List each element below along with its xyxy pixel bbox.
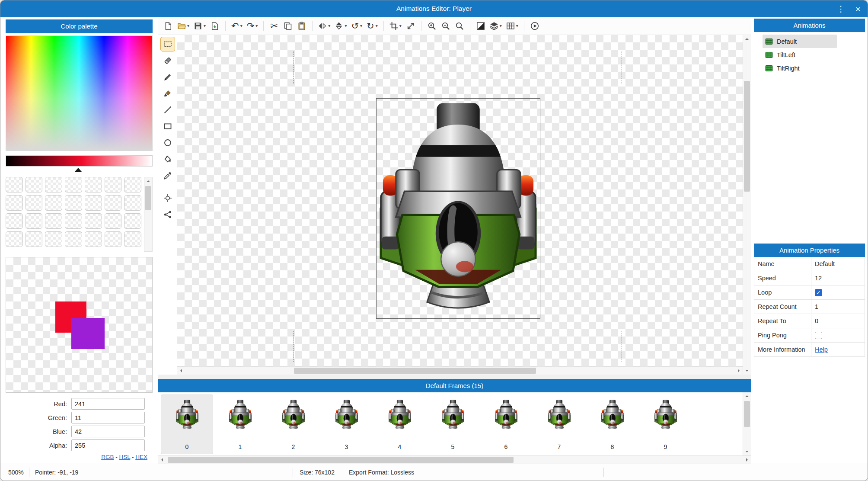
play-button[interactable] <box>528 19 541 33</box>
eraser-tool[interactable] <box>160 53 175 68</box>
brush-tool[interactable] <box>160 86 175 101</box>
frames-horizontal-scrollbar[interactable] <box>158 455 751 464</box>
palette-swatch[interactable] <box>105 213 122 229</box>
palette-swatch[interactable] <box>6 213 23 229</box>
palette-swatch[interactable] <box>26 195 43 211</box>
palette-swatch[interactable] <box>124 195 141 211</box>
grid-button[interactable]: ▾ <box>504 19 520 33</box>
animation-item-tiltright[interactable]: TiltRight <box>763 61 837 75</box>
onion-skin-button[interactable]: ▾ <box>488 19 504 33</box>
pencil-tool[interactable] <box>160 70 175 84</box>
frame-thumbnail[interactable]: 6 <box>480 394 532 454</box>
canvas-vertical-scrollbar[interactable] <box>743 35 751 375</box>
palette-swatch[interactable] <box>85 213 102 229</box>
palette-swatch[interactable] <box>65 213 82 229</box>
ping-pong-checkbox[interactable] <box>815 332 822 339</box>
frame-thumbnail[interactable]: 8 <box>586 394 638 454</box>
palette-swatch[interactable] <box>85 231 102 247</box>
ellipse-tool[interactable] <box>160 135 175 150</box>
paste-button[interactable] <box>295 19 308 33</box>
scroll-up-icon[interactable] <box>144 177 152 185</box>
frame-thumbnail[interactable]: 2 <box>267 394 319 454</box>
save-button[interactable]: ▾ <box>192 19 207 33</box>
palette-swatch[interactable] <box>65 231 82 247</box>
scroll-down-icon[interactable] <box>743 448 751 455</box>
scrollbar-thumb[interactable] <box>168 457 514 463</box>
property-value-name[interactable]: Default <box>811 257 865 271</box>
palette-swatch[interactable] <box>45 231 62 247</box>
zoom-reset-button[interactable] <box>453 19 466 33</box>
scroll-right-icon[interactable] <box>735 367 743 375</box>
origin-tool[interactable] <box>160 191 175 205</box>
redo-button[interactable]: ↷▾ <box>245 19 260 33</box>
blue-input[interactable] <box>71 426 145 437</box>
eyedropper-tool[interactable] <box>160 168 175 183</box>
canvas-horizontal-scrollbar[interactable] <box>177 366 743 375</box>
scroll-right-icon[interactable] <box>743 456 751 464</box>
frame-thumbnail[interactable]: 1 <box>214 394 266 454</box>
frame-thumbnail[interactable]: 7 <box>533 394 585 454</box>
rectangle-tool[interactable] <box>160 119 175 134</box>
help-link[interactable]: Help <box>815 346 828 353</box>
hex-link[interactable]: HEX <box>135 454 147 460</box>
secondary-color-chip[interactable] <box>71 318 105 349</box>
animation-item-default[interactable]: Default <box>763 35 837 48</box>
frame-thumbnail[interactable]: 9 <box>639 394 692 454</box>
frame-thumbnail[interactable]: 0 <box>161 394 213 454</box>
property-value-ping-pong[interactable] <box>811 328 865 343</box>
select-tool[interactable] <box>160 37 175 51</box>
palette-swatch[interactable] <box>45 195 62 211</box>
palette-swatch[interactable] <box>85 195 102 211</box>
background-button[interactable] <box>474 19 487 33</box>
frame-thumbnail[interactable]: 4 <box>373 394 426 454</box>
property-value-more-information[interactable]: Help <box>811 343 865 357</box>
scrollbar-thumb[interactable] <box>744 81 750 192</box>
property-value-speed[interactable]: 12 <box>811 271 865 285</box>
scrollbar-thumb[interactable] <box>294 368 536 374</box>
scroll-up-icon[interactable] <box>743 392 751 400</box>
shade-bar[interactable] <box>6 155 153 167</box>
palette-swatch[interactable] <box>124 213 141 229</box>
title-bar[interactable]: Animations Editor: Player ⋮ × <box>0 0 868 17</box>
image-points-tool[interactable] <box>160 207 175 222</box>
palette-swatch[interactable] <box>26 231 43 247</box>
palette-swatch[interactable] <box>105 195 122 211</box>
menu-icon[interactable]: ⋮ <box>837 4 845 14</box>
palette-swatch[interactable] <box>26 177 43 192</box>
hsl-link[interactable]: HSL <box>119 454 130 460</box>
rgb-link[interactable]: RGB <box>101 454 114 460</box>
palette-swatch[interactable] <box>124 231 141 247</box>
fill-tool[interactable] <box>160 152 175 167</box>
line-tool[interactable] <box>160 103 175 117</box>
palette-swatch[interactable] <box>26 213 43 229</box>
green-input[interactable] <box>71 412 145 423</box>
palette-swatch[interactable] <box>6 177 23 192</box>
palette-swatch[interactable] <box>105 177 122 192</box>
palette-swatch[interactable] <box>45 177 62 192</box>
scroll-left-icon[interactable] <box>177 367 185 375</box>
palette-swatch[interactable] <box>6 231 23 247</box>
frames-vertical-scrollbar[interactable] <box>743 392 751 455</box>
cut-button[interactable]: ✂ <box>268 19 281 33</box>
frame-thumbnail[interactable]: 5 <box>427 394 479 454</box>
zoom-in-button[interactable] <box>425 19 438 33</box>
rotate-ccw-button[interactable]: ↺▾ <box>349 19 364 33</box>
palette-swatch[interactable] <box>65 177 82 192</box>
open-button[interactable]: ▾ <box>176 19 191 33</box>
export-button[interactable] <box>208 19 221 33</box>
undo-button[interactable]: ↶▾ <box>230 19 244 33</box>
palette-swatch[interactable] <box>85 177 102 192</box>
palette-swatch[interactable] <box>65 195 82 211</box>
scroll-down-icon[interactable] <box>743 367 751 375</box>
new-file-button[interactable] <box>162 19 175 33</box>
close-icon[interactable]: × <box>855 4 861 13</box>
rotate-cw-button[interactable]: ↻▾ <box>365 19 380 33</box>
property-value-repeat-to[interactable]: 0 <box>811 314 865 328</box>
frame-thumbnail[interactable]: 3 <box>320 394 373 454</box>
flip-horizontal-button[interactable]: ▾ <box>316 19 332 33</box>
scrollbar-thumb[interactable] <box>744 401 750 427</box>
palette-swatch[interactable] <box>6 195 23 211</box>
animation-item-tiltleft[interactable]: TiltLeft <box>763 48 837 61</box>
scrollbar-thumb[interactable] <box>145 186 151 210</box>
red-input[interactable] <box>71 398 145 410</box>
